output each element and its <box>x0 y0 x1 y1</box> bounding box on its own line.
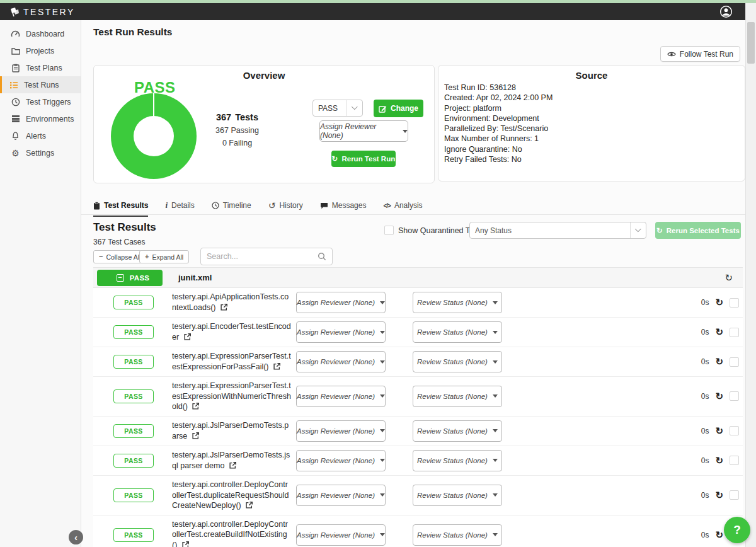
rerun-test-icon[interactable]: ↻ <box>715 529 723 541</box>
assign-reviewer-select[interactable]: Assign Reviewer (None) <box>296 292 386 313</box>
external-link-icon[interactable] <box>229 462 236 469</box>
sidebar-item-test-triggers[interactable]: Test Triggers <box>0 93 81 110</box>
assign-reviewer-select[interactable]: Assign Reviewer (None) <box>296 450 386 471</box>
review-status-label: Review Status (None) <box>417 328 488 336</box>
follow-test-run-button[interactable]: Follow Test Run <box>660 46 740 62</box>
row-checkbox[interactable] <box>730 357 739 367</box>
external-link-icon[interactable] <box>182 541 189 547</box>
external-link-icon[interactable] <box>220 304 227 311</box>
assign-reviewer-select[interactable]: Assign Reviewer (None) <box>296 485 386 506</box>
external-link-icon[interactable] <box>192 432 199 439</box>
review-status-select[interactable]: Review Status (None) <box>413 321 502 343</box>
assign-reviewer-select[interactable]: Assign Reviewer (None) <box>319 120 408 142</box>
review-status-select[interactable]: Review Status (None) <box>413 292 502 313</box>
server-icon <box>11 115 20 123</box>
tab-messages[interactable]: Messages <box>320 200 367 217</box>
vertical-scrollbar[interactable] <box>745 3 756 547</box>
test-row: PASS testery.api.ExpressionParserTest.te… <box>93 377 743 417</box>
test-name: testery.api.ExpressionParserTest.testExp… <box>172 381 296 412</box>
row-checkbox[interactable] <box>730 456 739 465</box>
change-status-button[interactable]: Change <box>374 100 423 117</box>
test-status-badge: PASS <box>113 325 154 339</box>
duration-label: 0s <box>701 531 709 539</box>
status-filter-select[interactable]: Any Status <box>469 222 646 239</box>
rerun-test-run-button[interactable]: ↻ Rerun Test Run <box>331 151 396 167</box>
row-checkbox[interactable] <box>730 298 739 308</box>
assign-reviewer-select[interactable]: Assign Reviewer (None) <box>296 321 386 343</box>
rerun-test-icon[interactable]: ↻ <box>715 455 723 466</box>
rerun-selected-tests-button[interactable]: ↻ Rerun Selected Tests <box>655 222 741 239</box>
sidebar-item-projects[interactable]: Projects <box>0 42 81 59</box>
row-checkbox[interactable] <box>730 490 739 500</box>
review-status-select[interactable]: Review Status (None) <box>413 420 502 442</box>
tab-details[interactable]: i Details <box>165 200 194 217</box>
clock-icon <box>11 98 20 107</box>
test-status-badge: PASS <box>113 296 154 309</box>
duration-label: 0s <box>701 427 709 435</box>
external-link-icon[interactable] <box>192 403 199 410</box>
test-rows: PASS testery.api.ApiApplicationTests.con… <box>93 288 743 547</box>
rerun-test-icon[interactable]: ↻ <box>715 297 723 308</box>
tab-test-results[interactable]: Test Results <box>93 200 148 217</box>
rerun-test-icon[interactable]: ↻ <box>715 425 723 437</box>
source-field: Project: platform <box>444 103 739 113</box>
rerun-group-icon[interactable]: ↻ <box>724 272 733 284</box>
results-donut-chart <box>111 93 197 179</box>
show-quarantined-checkbox[interactable] <box>384 226 394 235</box>
tests-count: 367 <box>216 112 231 122</box>
sidebar-collapse-button[interactable]: ‹ <box>69 530 83 544</box>
review-status-label: Review Status (None) <box>417 427 488 435</box>
source-field: Test Run ID: 536128 <box>444 83 739 93</box>
tab-analysis[interactable]: </> Analysis <box>383 200 422 217</box>
assign-reviewer-select[interactable]: Assign Reviewer (None) <box>296 420 386 442</box>
review-status-select[interactable]: Review Status (None) <box>413 386 502 407</box>
duration-label: 0s <box>701 491 709 500</box>
brand-logo[interactable]: TESTERY <box>9 6 75 18</box>
rerun-test-icon[interactable]: ↻ <box>715 391 723 402</box>
rerun-test-icon[interactable]: ↻ <box>715 356 723 367</box>
review-status-select[interactable]: Review Status (None) <box>413 485 502 506</box>
assign-reviewer-select[interactable]: Assign Reviewer (None) <box>296 524 386 546</box>
assign-reviewer-select[interactable]: Assign Reviewer (None) <box>296 386 386 407</box>
review-status-select[interactable]: Review Status (None) <box>413 524 502 546</box>
review-status-select[interactable]: Review Status (None) <box>413 450 502 471</box>
rerun-test-icon[interactable]: ↻ <box>715 490 723 501</box>
collapse-all-button[interactable]: − Collapse All <box>93 250 146 263</box>
sidebar-item-settings[interactable]: ⚙ Settings <box>0 144 81 161</box>
review-status-select[interactable]: Review Status (None) <box>413 351 502 372</box>
status-select-value: PASS <box>318 104 338 113</box>
sidebar-item-dashboard[interactable]: Dashboard <box>0 25 81 42</box>
tab-timeline[interactable]: Timeline <box>212 200 251 217</box>
external-link-icon[interactable] <box>273 363 280 370</box>
sidebar-item-test-plans[interactable]: Test Plans <box>0 59 81 76</box>
test-stats: 367Tests 367 Passing 0 Failing <box>195 112 280 147</box>
sidebar-item-test-runs[interactable]: Test Runs <box>0 76 81 93</box>
caret-down-icon <box>380 394 385 398</box>
sidebar-item-label: Test Runs <box>24 81 59 89</box>
external-link-icon[interactable] <box>246 502 253 509</box>
chevron-down-icon <box>630 222 641 238</box>
sidebar-item-environments[interactable]: Environments <box>0 110 81 127</box>
search-input[interactable] <box>207 252 318 261</box>
row-checkbox[interactable] <box>730 391 739 401</box>
sidebar-item-label: Test Triggers <box>26 98 71 107</box>
row-checkbox[interactable] <box>730 426 739 435</box>
help-button[interactable]: ? <box>724 517 750 543</box>
user-account-button[interactable] <box>719 5 733 18</box>
source-field: Environment: Development <box>444 113 739 124</box>
scrollbar-thumb[interactable] <box>747 22 755 64</box>
status-select[interactable]: PASS <box>312 100 363 117</box>
external-link-icon[interactable] <box>184 333 191 340</box>
caret-down-icon <box>493 394 498 398</box>
tab-history[interactable]: ↺ History <box>268 200 303 217</box>
caret-down-icon <box>493 533 498 536</box>
expand-all-button[interactable]: + Expand All <box>139 250 189 263</box>
sidebar-item-alerts[interactable]: Alerts <box>0 127 81 144</box>
assign-reviewer-select[interactable]: Assign Reviewer (None) <box>296 351 386 372</box>
rerun-test-icon[interactable]: ↻ <box>715 326 723 338</box>
failing-count: 0 Failing <box>195 139 280 147</box>
assign-reviewer-label: Assign Reviewer (None) <box>297 299 375 306</box>
row-checkbox[interactable] <box>730 328 739 337</box>
edit-icon <box>379 105 387 113</box>
group-collapse-button[interactable]: − PASS <box>97 270 163 286</box>
